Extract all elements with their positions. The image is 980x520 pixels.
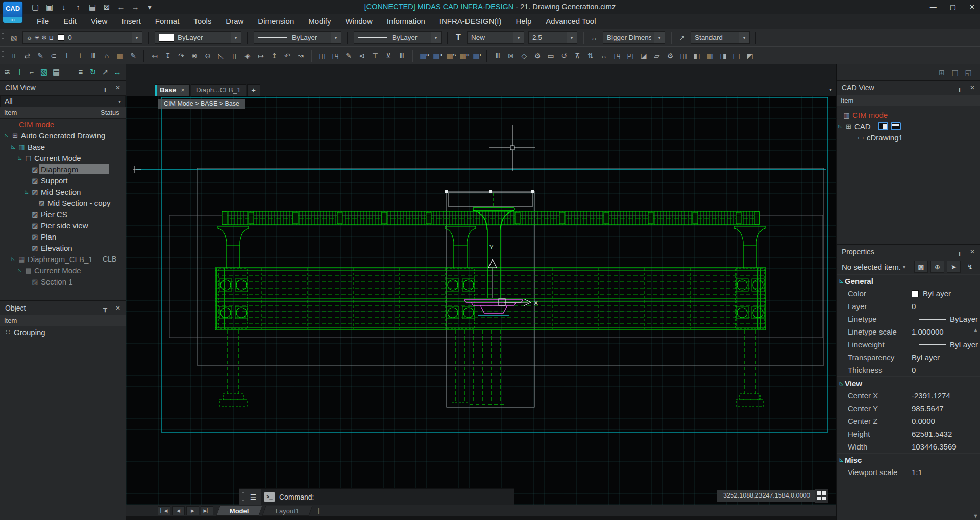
prev-sheet-button[interactable]: ◀ xyxy=(172,506,185,515)
color-combo-caret[interactable]: ▾ xyxy=(231,32,241,43)
close-icon[interactable]: ✕ xyxy=(970,84,975,91)
tab-base[interactable]: Base × xyxy=(155,84,190,96)
toolbar-icon[interactable]: ↦ xyxy=(254,49,267,62)
menu-tools[interactable]: Tools xyxy=(186,14,218,29)
property-row-center-y[interactable]: Center Y 985.5647 xyxy=(837,402,980,415)
tree-item-cdrawing1[interactable]: ▭ cDrawing1 xyxy=(837,132,980,143)
toolbar-icon[interactable]: ⌂ xyxy=(100,49,113,62)
last-sheet-button[interactable]: ▶▏ xyxy=(201,506,213,515)
pin-icon[interactable]: ┰ xyxy=(958,248,962,256)
text-style-combo[interactable]: New ▾ xyxy=(467,31,524,44)
toolbar-icon[interactable]: Ι xyxy=(60,49,74,62)
scroll-up-icon[interactable]: ▲ xyxy=(973,327,978,333)
property-row-center-z[interactable]: Center Z 0.0000 xyxy=(837,415,980,428)
tree-item-current-mode-2[interactable]: ◺ ▤ Current Mode xyxy=(0,265,126,276)
expander-icon[interactable]: ◺ xyxy=(837,457,845,462)
layer-manager-icon[interactable]: ▧ xyxy=(7,31,20,44)
section-view[interactable]: ◺ View xyxy=(837,376,980,389)
toolbar-icon[interactable]: ▱ xyxy=(650,49,664,62)
property-row-transparency[interactable]: Transparency ByLayer xyxy=(837,351,980,364)
tab-list-caret[interactable]: ▾ xyxy=(829,87,832,92)
toolbar-icon[interactable]: ◳ xyxy=(329,49,342,62)
toolbar-icon[interactable]: ↤ xyxy=(148,49,161,62)
toolbar-icon[interactable]: ↻ xyxy=(87,65,99,79)
dim-style-combo[interactable]: Bigger Dimens... ▾ xyxy=(603,31,665,44)
column-item[interactable]: Item xyxy=(0,109,17,116)
tree-item-cim-mode[interactable]: CIM mode xyxy=(0,119,126,130)
toolbar-icon[interactable]: ▯ xyxy=(228,49,241,62)
first-sheet-button[interactable]: ▏◀ xyxy=(158,506,170,515)
toolbar-icon[interactable]: ⇄ xyxy=(20,49,34,62)
toolbar-icon[interactable]: ↝ xyxy=(294,49,307,62)
toolbar-icon[interactable]: ⊤ xyxy=(369,49,382,62)
add-select-button[interactable]: ⊕ xyxy=(930,261,944,273)
toolbar-icon[interactable]: Ⅲ xyxy=(395,49,408,62)
minimize-button[interactable]: — xyxy=(930,3,937,11)
full-window-view-icon[interactable] xyxy=(891,122,901,130)
toolbar-icon[interactable]: ↔ xyxy=(111,65,124,79)
toolbar-icon[interactable]: ↧ xyxy=(161,49,175,62)
tree-item-cad[interactable]: ◺ ⊞ CAD xyxy=(837,121,980,132)
grid-toggle-button[interactable] xyxy=(815,489,828,503)
section-misc[interactable]: ◺ Misc xyxy=(837,453,980,466)
layer-combo[interactable]: ☼ ☀ ❄ ⊔ 0 ▾ xyxy=(22,31,142,44)
pin-icon[interactable]: ┰ xyxy=(103,304,107,312)
new-tab-button[interactable]: + xyxy=(247,84,260,96)
toolbar-icon[interactable]: ▤ xyxy=(948,66,962,79)
close-icon[interactable]: ✕ xyxy=(115,84,120,91)
tree-item-pier-side-view[interactable]: ▨ Pier side view xyxy=(0,220,126,231)
property-row-layer[interactable]: Layer 0 xyxy=(837,300,980,313)
tree-item-section-1[interactable]: ▨ Section 1 xyxy=(0,276,126,287)
toolbar-icon[interactable]: ◪ xyxy=(637,49,650,62)
toolbar-grip[interactable] xyxy=(2,32,4,43)
tree-item-mid-section[interactable]: ◺ ▨ Mid Section xyxy=(0,186,126,197)
section-general[interactable]: ◺ General xyxy=(837,274,980,287)
close-icon[interactable]: ✕ xyxy=(115,304,120,312)
layer-combo-caret[interactable]: ▾ xyxy=(132,32,142,43)
lineweight-combo[interactable]: ByLayer ▾ xyxy=(354,31,442,44)
toolbar-icon[interactable]: ↗ xyxy=(99,65,111,79)
toolbar-icon[interactable]: ↶ xyxy=(281,49,294,62)
scroll-down-icon[interactable]: ▼ xyxy=(973,513,978,519)
tree-item-diaphragm[interactable]: ▨ Diaphragm xyxy=(0,163,126,175)
expander-icon[interactable]: ◺ xyxy=(837,278,845,283)
expander-icon[interactable]: ◺ xyxy=(16,155,23,160)
hamburger-icon[interactable]: ☰ xyxy=(247,491,259,503)
toolbar-icon[interactable]: ✎ xyxy=(127,49,140,62)
toolbar-icon[interactable]: ◫ xyxy=(677,49,690,62)
expander-icon[interactable]: ◺ xyxy=(837,124,844,129)
menu-draw[interactable]: Draw xyxy=(218,14,251,29)
tree-item-current-mode[interactable]: ◺ ▤ Current Mode xyxy=(0,152,126,163)
property-row-height[interactable]: Height 62581.5432 xyxy=(837,428,980,440)
tree-item-plan[interactable]: ▨ Plan xyxy=(0,231,126,242)
tree-item-mid-section-copy[interactable]: ▨ Mid Section - copy xyxy=(0,197,126,208)
column-status[interactable]: Status xyxy=(101,109,119,116)
tab-diaph-clb-1[interactable]: Diaph...CLB_1 xyxy=(191,84,246,96)
model-canvas[interactable]: CIM Mode > BASE > Base xyxy=(126,96,836,505)
tab-model[interactable]: Model xyxy=(216,506,262,516)
menu-view[interactable]: View xyxy=(84,14,114,29)
toolbar-icon[interactable]: ⊞ xyxy=(935,66,948,79)
column-item[interactable]: Item xyxy=(0,317,17,324)
pin-icon[interactable]: ┰ xyxy=(958,84,962,92)
property-row-thickness[interactable]: Thickness 0 xyxy=(837,364,980,376)
tab-layout1[interactable]: Layout1 xyxy=(262,506,313,516)
menu-window[interactable]: Window xyxy=(338,14,379,29)
toolbar-icon[interactable]: ◺ xyxy=(214,49,228,62)
menu-help[interactable]: Help xyxy=(509,14,539,29)
tab-close-icon[interactable]: × xyxy=(181,86,185,94)
toolbar-icon[interactable]: ⊼ xyxy=(571,49,584,62)
toolbar-icon[interactable]: ◈ xyxy=(241,49,254,62)
table-style-icon[interactable]: ▦C xyxy=(456,49,470,62)
menu-modify[interactable]: Modify xyxy=(301,14,338,29)
command-bar-grip[interactable] xyxy=(242,491,244,503)
toolbar-icon[interactable]: ▭ xyxy=(544,49,557,62)
dimension-style-icon[interactable]: ↔ xyxy=(587,31,601,44)
lineweight-combo-caret[interactable]: ▾ xyxy=(431,32,441,43)
expander-icon[interactable]: ◺ xyxy=(23,189,30,194)
command-bar[interactable]: ☰ >_ Command: xyxy=(239,488,514,505)
toolbar-icon[interactable]: ⌗ xyxy=(7,49,20,62)
maximize-button[interactable]: ▢ xyxy=(950,3,956,11)
mleader-style-combo[interactable]: Standard ▾ xyxy=(691,31,750,44)
toolbar-icon[interactable]: ✎ xyxy=(34,49,47,62)
